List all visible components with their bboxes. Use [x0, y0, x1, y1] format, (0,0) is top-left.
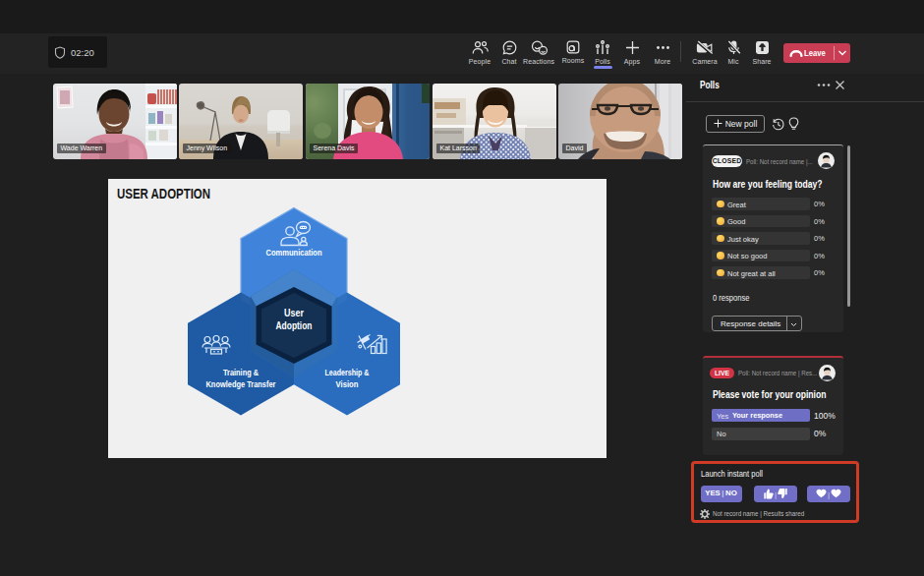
svg-text:Leadership &: Leadership & — [325, 368, 370, 377]
svg-text:User: User — [284, 307, 304, 318]
svg-text:Adoption: Adoption — [276, 319, 313, 331]
svg-text:|: | — [828, 490, 830, 499]
svg-text:Vision: Vision — [336, 379, 359, 389]
svg-text:Communication: Communication — [266, 247, 322, 258]
svg-text:|: | — [775, 490, 777, 499]
svg-text:Knowledge Transfer: Knowledge Transfer — [206, 379, 276, 389]
svg-text:Training &: Training & — [223, 368, 259, 377]
